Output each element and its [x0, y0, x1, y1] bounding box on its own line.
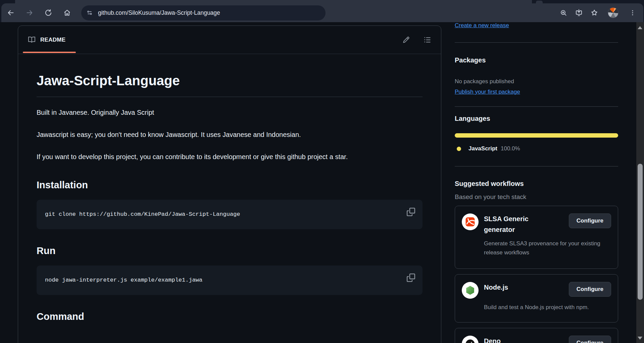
language-legend-item[interactable]: JavaScript 100.0%: [455, 144, 618, 153]
run-heading: Run: [37, 245, 423, 257]
copy-icon: [407, 208, 415, 216]
page-scrollbar[interactable]: [636, 22, 644, 343]
active-tab-edge: [15, 0, 532, 3]
new-tab-edge: [536, 1, 543, 3]
install-icon: [575, 9, 583, 17]
run-code: node jawa-interpreter.js example/example…: [45, 277, 202, 283]
workflows-subheading: Based on your tech stack: [455, 192, 618, 202]
packages-heading: Packages: [455, 55, 618, 65]
installation-code-block: git clone https://github.com/KinePad/Jaw…: [37, 200, 423, 229]
scrollbar-down-arrow-icon[interactable]: [638, 337, 642, 340]
sidebar-divider: [455, 42, 618, 43]
browser-menu-button[interactable]: [629, 7, 637, 18]
workflow-name: Deno: [484, 336, 539, 343]
copy-button[interactable]: [407, 274, 415, 282]
readme-header: README: [18, 26, 441, 54]
workflow-card-nodejs: Node.js Configure Build and test a Node.…: [455, 274, 618, 323]
zoom-button[interactable]: [558, 7, 569, 18]
create-release-link[interactable]: Create a new release: [455, 22, 509, 31]
list-unordered-icon: [424, 36, 431, 43]
configure-button[interactable]: Configure: [569, 336, 611, 343]
readme-paragraph: Built in Javanese. Originally Java Scrip…: [37, 106, 423, 119]
language-percent: 100.0%: [501, 145, 520, 152]
run-code-block: node jawa-interpreter.js example/example…: [37, 265, 423, 295]
installation-heading: Installation: [37, 179, 423, 191]
repo-sidebar: Create a new release Packages No package…: [455, 22, 618, 343]
home-button[interactable]: [62, 7, 72, 18]
readme-tab-label: README: [40, 37, 65, 43]
tab-strip: [0, 0, 644, 3]
outline-button[interactable]: [424, 36, 431, 43]
address-bar[interactable]: github.com/SiloKusuma/Jawa-Script-Langua…: [81, 5, 326, 20]
workflow-card-deno: Deno Configure: [455, 328, 618, 343]
readme-header-actions: [403, 36, 431, 43]
pencil-icon: [403, 36, 410, 43]
sidebar-divider: [455, 166, 618, 166]
readme-content: Jawa-Script-Language Built in Javanese. …: [18, 54, 441, 323]
workflow-name: SLSA Generic generator: [484, 213, 539, 235]
deno-logo-icon: [462, 336, 479, 343]
browser-toolbar: github.com/SiloKusuma/Jawa-Script-Langua…: [1, 3, 643, 22]
language-name: JavaScript: [468, 145, 497, 152]
scrollbar-thumb[interactable]: [638, 164, 643, 300]
configure-button[interactable]: Configure: [569, 282, 611, 297]
packages-empty-text: No packages published: [455, 77, 618, 86]
nodejs-logo-icon: [462, 282, 479, 299]
languages-heading: Languages: [455, 114, 618, 123]
readme-paragraph: Jawascript is easy; you don't need to kn…: [37, 128, 423, 141]
workflow-description: Build and test a Node.js project with np…: [484, 303, 602, 312]
home-icon: [63, 9, 71, 17]
browser-chrome: github.com/SiloKusuma/Jawa-Script-Langua…: [0, 0, 644, 22]
repo-title: Jawa-Script-Language: [37, 72, 423, 97]
forward-icon: [26, 9, 34, 17]
installation-code: git clone https://github.com/KinePad/Jaw…: [45, 211, 240, 217]
url-text[interactable]: github.com/SiloKusuma/Jawa-Script-Langua…: [98, 9, 220, 16]
bookmark-button[interactable]: [589, 7, 600, 18]
book-icon: [28, 36, 35, 43]
slsa-logo-icon: [462, 213, 479, 230]
publish-package-link[interactable]: Publish your first package: [455, 88, 520, 96]
zoom-in-icon: [560, 9, 567, 17]
reload-button[interactable]: [43, 7, 54, 18]
configure-button[interactable]: Configure: [569, 213, 611, 228]
workflow-name: Node.js: [484, 282, 539, 293]
kebab-menu-icon: [629, 9, 636, 16]
language-bar-javascript[interactable]: [455, 133, 618, 138]
forward-button[interactable]: [24, 7, 35, 18]
language-dot-icon: [457, 147, 461, 151]
scrollbar-up-arrow-icon[interactable]: [638, 26, 642, 29]
workflow-card-slsa: SLSA Generic generator Configure Generat…: [455, 206, 618, 269]
command-heading: Command: [37, 310, 423, 323]
copy-icon: [407, 274, 415, 282]
reload-icon: [44, 9, 52, 17]
readme-panel: README Jawa-Script-Language Built in Jav…: [18, 26, 441, 343]
copy-button[interactable]: [407, 208, 415, 216]
readme-paragraph: If you want to develop this project, you…: [37, 150, 423, 163]
star-icon: [590, 9, 598, 17]
workflows-heading: Suggested workflows: [455, 179, 618, 188]
edit-readme-button[interactable]: [403, 36, 410, 43]
readme-tab-underline: [23, 52, 76, 53]
back-button[interactable]: [5, 7, 16, 18]
github-page: README Jawa-Script-Language Built in Jav…: [0, 22, 636, 343]
profile-avatar[interactable]: [608, 7, 618, 18]
tab-readme[interactable]: README: [28, 36, 65, 43]
install-button[interactable]: [574, 7, 584, 18]
sidebar-divider: [455, 106, 618, 107]
back-icon: [7, 9, 15, 17]
workflow-description: Generate SLSA3 provenance for your exist…: [484, 239, 602, 257]
site-settings-icon[interactable]: [86, 9, 93, 16]
